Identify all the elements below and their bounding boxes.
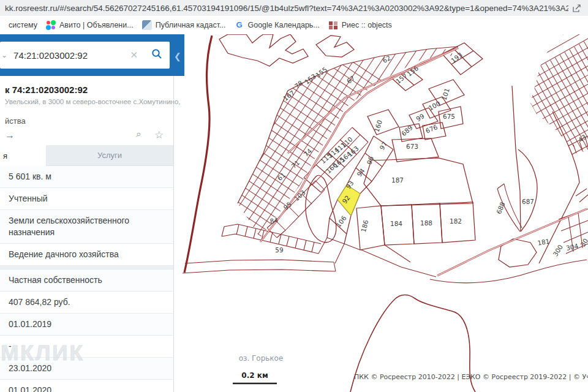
panel-tabs: я Услуги — [0, 145, 173, 166]
parcel-label-689: 689 — [400, 124, 414, 137]
grid-line — [173, 121, 368, 269]
parcel-grid-ne — [462, 34, 588, 223]
browser-url-bar[interactable]: kk.rosreestr.ru/#/search/54.562670272451… — [0, 0, 588, 16]
parcel-label-304: 304 — [565, 242, 579, 252]
tab-services[interactable]: Услуги — [46, 145, 173, 166]
grid-line — [565, 52, 588, 180]
parcel-label-97: 97 — [378, 140, 388, 151]
parcel-label-99: 99 — [415, 112, 426, 123]
parcel-label-300: 300 — [551, 243, 564, 257]
detail-rows: 5 601 кв. м Учтенный Земли сельскохозяйс… — [0, 166, 173, 392]
parcel-label-30: 30 — [579, 237, 588, 248]
parcel-label-59: 59 — [275, 246, 283, 254]
bookmark-label: Публичная кадаст... — [156, 21, 226, 29]
share-icon[interactable] — [568, 2, 584, 14]
parcel-label-182: 182 — [450, 217, 462, 225]
grid-line — [584, 42, 588, 170]
parcel-label-61: 61 — [276, 171, 287, 182]
parcel-label-62: 62 — [381, 54, 391, 64]
row-area: 5 601 кв. м — [0, 166, 173, 188]
parcel-labels: 1551537816767621571561931011009967567668… — [270, 51, 588, 258]
grid-line — [494, 59, 588, 137]
grid-line — [284, 53, 452, 309]
parcel-label-184: 184 — [390, 220, 402, 227]
bookmark-label: Риес :: objects — [342, 21, 392, 29]
parcel-label-67: 67 — [345, 74, 356, 85]
details-arrow-link[interactable]: → — [5, 130, 15, 141]
parcel-label-673: 673 — [406, 143, 418, 150]
parcel-label-187: 187 — [391, 176, 404, 184]
row-update-date: 01.01.2020 — [0, 380, 173, 392]
parcel-label-78: 78 — [293, 79, 304, 90]
parcel-label-193: 193 — [450, 51, 464, 64]
grid-line — [207, 34, 432, 170]
bookmark-label: Авито | Объявлени... — [59, 21, 134, 29]
grid-line — [510, 87, 588, 165]
search-box: ⌄ 74:21:0203002:92 ✕ ❮ — [0, 34, 184, 76]
search-value[interactable]: 74:21:0203002:92 — [7, 50, 124, 61]
ries-icon — [328, 20, 338, 30]
bookmark-google-calendar[interactable]: G Google Календарь... — [234, 20, 319, 30]
grid-line — [228, 34, 453, 138]
bookmarks-bar: систему Авито | Объявлени... Публичная к… — [0, 16, 588, 34]
grid-line — [474, 34, 588, 103]
chevron-down-icon[interactable]: ⌄ — [1, 51, 7, 59]
lake-label: оз. Горькое — [239, 354, 284, 363]
parcel-label-160: 160 — [372, 119, 383, 133]
grid-line — [498, 66, 588, 144]
parcel-label-71: 71 — [290, 159, 301, 170]
grid-line — [505, 80, 588, 158]
parcel-snippet: йства — [5, 116, 26, 126]
grid-line — [575, 47, 588, 175]
row-ownership: Частная собственность — [0, 270, 173, 292]
row-cadastral-value: 407 864,82 руб. — [0, 292, 173, 314]
info-panel: ⌄ 74:21:0203002:92 ✕ ❮ к 74:21:0203002:9… — [0, 34, 174, 392]
url-text[interactable]: kk.rosreestr.ru/#/search/54.562670272451… — [0, 4, 568, 13]
preview-icon[interactable]: ⌕ — [136, 129, 141, 140]
parcel-address: Увельский, в 3000 м северо-восточнее с.Х… — [5, 98, 170, 105]
row-permitted-use: Ведение дачного хозяйства — [0, 244, 173, 266]
search-icon[interactable] — [144, 48, 170, 62]
row-value-date: 01.01.2019 — [0, 314, 173, 336]
parcel-title: к 74:21:0203002:92 — [5, 85, 88, 95]
parcel-label-84: 84 — [270, 216, 279, 225]
star-icon[interactable]: ☆ — [154, 129, 164, 141]
grid-line — [486, 45, 588, 123]
grid-line — [173, 34, 341, 236]
grid-line — [194, 42, 419, 190]
row-land-category: Земли сельскохозяйственного назначения — [0, 210, 173, 244]
row-status: Учтенный — [0, 188, 173, 210]
avito-icon — [46, 20, 56, 30]
parcel-label-103: 103 — [293, 189, 307, 202]
parcel-label-687: 687 — [522, 198, 534, 205]
grid-line — [173, 114, 372, 262]
bookmark-pkk[interactable]: Публичная кадаст... — [142, 20, 226, 30]
row-entry-date: 23.01.2020 — [0, 358, 173, 380]
bookmark-sistemu[interactable]: систему — [9, 21, 37, 29]
map-icon — [142, 20, 152, 30]
search-input[interactable]: ⌄ 74:21:0203002:92 ✕ — [0, 42, 170, 69]
bookmark-label: Google Календарь... — [247, 21, 319, 29]
grid-line — [173, 34, 328, 228]
row-empty-value: - — [0, 336, 173, 358]
scale-bar: 0.2 км — [233, 371, 277, 383]
parcel-boundaries — [183, 34, 588, 392]
parcel-label-188: 188 — [420, 219, 432, 227]
parcel-label-96: 96 — [365, 155, 375, 165]
grid-line — [555, 58, 588, 186]
clear-search-icon[interactable]: ✕ — [124, 50, 144, 61]
google-icon: G — [234, 20, 244, 30]
cadastral-map[interactable]: 1551537816767621571561931011009967567668… — [173, 34, 588, 392]
bookmark-label: систему — [9, 21, 37, 29]
parcel-card: к 74:21:0203002:92 Увельский, в 3000 м с… — [0, 76, 173, 145]
tab-information[interactable]: я — [0, 145, 46, 166]
map-attribution: ПКК © Росреестр 2010-2022 | ЕЭКО © Росре… — [354, 373, 588, 381]
parcel-label-101: 101 — [440, 87, 451, 101]
bookmark-ries[interactable]: Риес :: objects — [328, 20, 392, 30]
grid-line — [470, 34, 588, 96]
grid-line — [173, 140, 355, 288]
collapse-panel-icon[interactable]: ❮ — [174, 51, 181, 61]
bookmark-avito[interactable]: Авито | Объявлени... — [46, 20, 134, 30]
parcel-label-186: 186 — [360, 219, 370, 233]
grid-line — [517, 79, 588, 207]
